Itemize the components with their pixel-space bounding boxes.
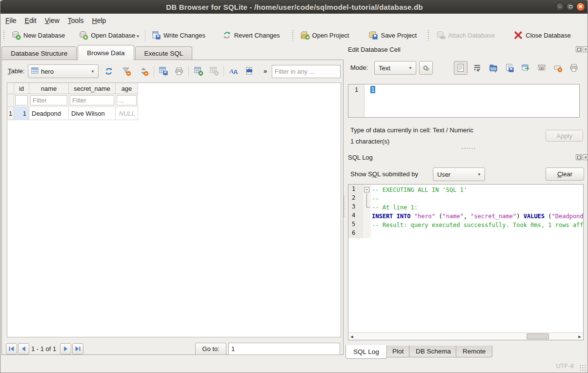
row-header[interactable]: 1 <box>7 107 14 120</box>
edit-cell-title: Edit Database Cell <box>348 46 401 53</box>
log-line-sql: INSERT INTO "hero" ("name", "secret_name… <box>371 212 584 221</box>
menu-edit[interactable]: Edit <box>25 15 37 26</box>
table-select[interactable]: hero ▼ <box>28 64 99 78</box>
toolbar-drag-handle3[interactable] <box>427 30 429 41</box>
cell-name[interactable]: Deadpond <box>29 107 69 120</box>
filter-age-input[interactable] <box>117 95 137 105</box>
maximize-button[interactable] <box>566 2 575 11</box>
main-toolbar: New Database Open Database ▾ Write Chang… <box>0 27 588 43</box>
scroll-thumb[interactable] <box>527 333 549 339</box>
attach-database-button[interactable]: Attach Database <box>432 28 499 42</box>
sql-log-title: SQL Log <box>348 154 373 161</box>
clear-sorting-button[interactable] <box>138 65 150 78</box>
resize-grip[interactable] <box>579 364 586 371</box>
clear-filters-button[interactable] <box>120 65 133 78</box>
sql-log-view[interactable]: 1-- EXECUTING ALL IN 'SQL 1' 2-- 3-- At … <box>348 184 584 340</box>
close-button[interactable]: ✕ <box>576 2 585 11</box>
new-database-button[interactable]: New Database <box>7 28 69 42</box>
text-mode-icon-button[interactable] <box>454 61 467 75</box>
filter-name-input[interactable] <box>30 95 67 105</box>
toolbar-drag-handle[interactable] <box>3 30 5 41</box>
bottom-tab-remote[interactable]: Remote <box>456 346 492 357</box>
window-title: DB Browser for SQLite - /home/user/code/… <box>166 3 423 11</box>
find-button[interactable] <box>243 65 256 78</box>
toolbar-overflow[interactable]: » <box>264 67 267 75</box>
cell-id[interactable]: 1 <box>14 107 29 120</box>
link-icon-button[interactable] <box>535 61 548 75</box>
title-bar[interactable]: DB Browser for SQLite - /home/user/code/… <box>0 0 588 14</box>
font-button[interactable]: AA <box>227 65 240 78</box>
browse-data-panel: Table: hero ▼ AA » id <box>1 60 344 355</box>
delete-record-button[interactable] <box>208 65 221 78</box>
next-record-button[interactable] <box>60 343 71 354</box>
column-header-id[interactable]: id <box>14 83 29 94</box>
float-dock-icon[interactable] <box>576 46 582 52</box>
apply-button[interactable]: Apply <box>546 130 583 142</box>
first-record-button[interactable] <box>6 343 17 354</box>
cell-secret-name[interactable]: Dive Wilson <box>69 107 116 120</box>
cell-age[interactable]: NULL <box>116 107 138 120</box>
menu-tools[interactable]: Tools <box>68 15 84 26</box>
open-project-icon <box>300 30 310 40</box>
minimize-button[interactable]: – <box>556 2 565 11</box>
bottom-tab-sql-log[interactable]: SQL Log <box>345 345 387 359</box>
close-dock-icon[interactable]: ✕ <box>583 46 588 52</box>
sql-log-close-icon[interactable]: ✕ <box>583 154 588 160</box>
print-cell-icon-button[interactable] <box>567 61 581 75</box>
import-cell-icon-button[interactable] <box>487 61 500 75</box>
new-record-button[interactable] <box>192 65 205 78</box>
word-wrap-icon-button[interactable] <box>470 61 484 75</box>
main-tab-bar: Database Structure Browse Data Execute S… <box>1 46 193 60</box>
fold-margin[interactable] <box>363 185 371 194</box>
refresh-button[interactable] <box>102 65 115 78</box>
sql-log-float-icon[interactable] <box>576 154 582 160</box>
open-database-dropdown[interactable]: ▾ <box>137 34 139 40</box>
open-project-button[interactable]: Open Project <box>296 28 353 42</box>
menu-file[interactable]: File <box>5 15 17 26</box>
data-grid: id name secret_name age 1 1 Deadpond Div… <box>7 83 341 337</box>
menu-view[interactable]: View <box>45 15 60 26</box>
bottom-tab-db-schema[interactable]: DB Schema <box>409 346 458 357</box>
bottom-tab-plot[interactable]: Plot <box>385 346 410 357</box>
menu-help[interactable]: Help <box>92 15 106 26</box>
clear-cell-icon-button[interactable] <box>551 61 565 75</box>
goto-input[interactable] <box>228 343 340 355</box>
toolbar-drag-handle2[interactable] <box>292 30 294 41</box>
dock-splitter-handle[interactable] <box>461 147 476 149</box>
save-project-button[interactable]: Save Project <box>365 28 421 42</box>
filter-any-input[interactable] <box>272 65 341 78</box>
tab-execute-sql[interactable]: Execute SQL <box>135 46 193 60</box>
tab-browse-data[interactable]: Browse Data <box>78 45 134 60</box>
previous-record-button[interactable] <box>18 343 29 354</box>
export-cell-icon-button[interactable] <box>503 61 516 75</box>
print-table-button[interactable] <box>173 65 185 78</box>
table-row: 1 1 Deadpond Dive Wilson NULL <box>7 107 341 120</box>
tab-database-structure[interactable]: Database Structure <box>1 46 77 60</box>
column-header-age[interactable]: age <box>116 83 138 94</box>
save-as-icon-button[interactable] <box>519 61 532 75</box>
close-database-button[interactable]: Close Database <box>509 28 575 42</box>
scroll-right-arrow[interactable]: ▶ <box>576 333 583 340</box>
scroll-left-arrow[interactable]: ◀ <box>348 333 355 340</box>
menu-bar: File Edit View Tools Help <box>0 14 588 27</box>
auto-switch-button[interactable] <box>419 61 433 75</box>
mode-select[interactable]: Text ▼ <box>374 61 416 75</box>
panel-splitter-handle[interactable] <box>343 195 345 217</box>
clear-log-button[interactable]: Clear <box>546 167 584 181</box>
revert-changes-button[interactable]: Revert Changes <box>218 28 284 42</box>
write-changes-button[interactable]: Write Changes <box>147 28 209 42</box>
column-header-secret-name[interactable]: secret_name <box>69 83 116 94</box>
sql-log-hscrollbar[interactable]: ◀ ▶ <box>348 332 583 340</box>
column-header-name[interactable]: name <box>29 83 69 94</box>
grid-corner[interactable] <box>7 83 14 94</box>
export-table-button[interactable] <box>157 65 170 78</box>
goto-button[interactable]: Go to: <box>195 343 226 355</box>
fold-collapse-icon[interactable] <box>364 187 369 192</box>
filter-secret-name-input[interactable] <box>70 95 114 105</box>
filter-id-input[interactable] <box>15 95 28 105</box>
cell-editor[interactable]: 1 1 <box>348 84 580 118</box>
last-record-button[interactable] <box>72 343 83 354</box>
svg-text:A: A <box>233 68 238 76</box>
sql-source-select[interactable]: User ▼ <box>433 167 485 181</box>
open-database-button[interactable]: Open Database ▾ <box>75 28 143 42</box>
